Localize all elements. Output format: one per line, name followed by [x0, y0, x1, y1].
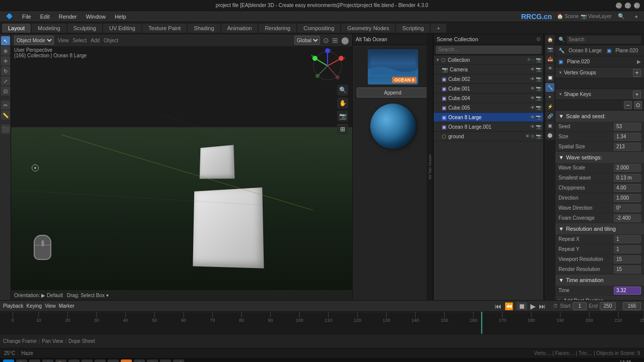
append-button[interactable]: Append — [357, 87, 429, 98]
prop-tab-viewlayer[interactable]: 👁 — [545, 64, 554, 73]
orientation-select[interactable]: Global — [294, 36, 320, 45]
keying-label[interactable]: Keying — [27, 303, 42, 309]
repeat-y-value[interactable]: 1 — [614, 245, 641, 253]
sk-add-icon[interactable]: + — [633, 90, 641, 99]
tab-uv-editing[interactable]: UV Editing — [103, 24, 141, 33]
object-menu[interactable]: Object — [104, 38, 118, 43]
maximize-button[interactable]: □ — [625, 3, 631, 9]
vertex-groups-header[interactable]: ▼ Vertex Groups + — [555, 67, 644, 78]
start-frame[interactable]: 1 — [573, 302, 587, 310]
view-menu[interactable]: View — [58, 38, 69, 43]
taskbar-spotify[interactable]: 🎵 — [95, 359, 106, 362]
prop-tab-physics[interactable]: ⚡ — [545, 102, 554, 111]
eye-icon[interactable]: 👁 — [530, 124, 535, 129]
tool-rotate[interactable]: ↻ — [1, 66, 10, 75]
render-icon[interactable]: 📷 — [536, 67, 541, 72]
taskbar-chrome[interactable]: 🌐 — [134, 359, 145, 362]
tab-rendering[interactable]: Rendering — [259, 24, 296, 33]
collection-search-input[interactable] — [436, 46, 541, 54]
collection-row-ocean8large001[interactable]: ▣ Ocean 8 Large.001 👁 📷 — [434, 122, 543, 132]
view-label[interactable]: View — [45, 303, 56, 309]
taskbar-store[interactable]: 🏪 — [55, 359, 66, 362]
render-icon[interactable]: 📷 — [536, 96, 541, 101]
search-icon[interactable]: 🔍 — [558, 37, 565, 42]
eye-icon[interactable]: 👁 — [527, 57, 531, 62]
prop-tab-data[interactable]: ▣ — [545, 121, 554, 130]
tab-add[interactable]: + — [431, 24, 446, 33]
shape-keys-header[interactable]: ▼ Shape Keys + — [555, 89, 644, 100]
menu-render[interactable]: Render — [55, 13, 81, 21]
tool-select[interactable]: ↖ — [1, 36, 10, 45]
eye-icon[interactable]: 👁 — [525, 134, 530, 139]
eye-icon[interactable]: 👁 — [530, 96, 535, 101]
taskbar-app3[interactable]: 📸 — [160, 359, 171, 362]
seed-value[interactable]: 53 — [614, 123, 641, 131]
tool-move[interactable]: ✛ — [1, 56, 10, 65]
prop-tab-particles[interactable]: ✦ — [545, 93, 554, 102]
properties-search[interactable]: Search — [567, 36, 641, 44]
hand-tool-button[interactable]: ✋ — [337, 98, 348, 109]
tab-shading[interactable]: Shading — [188, 24, 220, 33]
eye-icon[interactable]: 👁 — [530, 105, 535, 110]
prop-tab-material[interactable]: ⬤ — [545, 131, 554, 140]
window-controls[interactable]: – □ × — [616, 3, 640, 9]
tab-scripting[interactable]: Scripting — [396, 24, 430, 33]
size-value[interactable]: 1.34 — [614, 133, 641, 141]
eye-icon[interactable]: 👁 — [530, 76, 535, 81]
viewport-gizmo[interactable]: X Y Z — [310, 48, 345, 83]
taskbar-blender[interactable]: 🔶 — [121, 359, 132, 362]
viewport-resolution-value[interactable]: 15 — [614, 255, 641, 263]
overlay-icon[interactable]: ⊞ — [332, 36, 338, 44]
minimize-button[interactable]: – — [616, 3, 622, 9]
repeat-x-value[interactable]: 1 — [614, 235, 641, 243]
visibility-icon[interactable]: ○ — [532, 57, 535, 62]
render-icon[interactable]: 📷 — [536, 134, 541, 139]
current-frame[interactable]: 166 — [623, 302, 641, 310]
search-button[interactable]: 🔍 — [614, 12, 629, 21]
smallest-wave-value[interactable]: 0.13 m — [614, 174, 641, 182]
time-value[interactable]: 3.32 — [614, 287, 641, 295]
collection-row-cube004[interactable]: ▣ Cube.004 👁 📷 — [434, 94, 543, 103]
taskbar-app4[interactable]: 🎤 — [173, 359, 184, 362]
tab-layout[interactable]: Layout — [2, 24, 31, 33]
spatial-size-value[interactable]: 213 — [614, 143, 641, 151]
tool-measure[interactable]: 📏 — [1, 111, 10, 120]
tab-modeling[interactable]: Modeling — [32, 24, 66, 33]
magnet-icon[interactable]: ⊙ — [323, 36, 329, 44]
add-rest-position-section[interactable]: ▶ Add Rest Position — [555, 296, 644, 300]
timeline-ruler[interactable]: 0 10 20 30 40 50 60 70 80 90 100 110 — [0, 312, 644, 334]
choppiness-value[interactable]: 4.00 — [614, 184, 641, 192]
resolution-header[interactable]: ▼ Resolution and tiling — [555, 223, 644, 234]
tab-compositing[interactable]: Compositing — [297, 24, 340, 33]
render-icon[interactable]: 📷 — [536, 86, 541, 91]
wave-scale-value[interactable]: 2.000 — [614, 164, 641, 172]
taskbar-browser[interactable]: 🌐 — [42, 359, 53, 362]
tool-transform[interactable]: ⊡ — [1, 86, 10, 96]
jump-end-button[interactable]: ⏭ — [539, 302, 546, 310]
search-taskbar-button[interactable]: 🔍 — [16, 359, 27, 362]
time-animation-header[interactable]: ▼ Time animation — [555, 275, 644, 286]
taskbar-game[interactable]: 🎮 — [108, 359, 119, 362]
collection-row-ocean8large[interactable]: ▣ Ocean 8 Large 👁 📷 — [434, 113, 543, 122]
prop-tab-scene[interactable]: 🏠 — [545, 35, 554, 44]
camera-view-button[interactable]: 📷 — [337, 111, 348, 122]
render-icon[interactable]: 📷 — [536, 76, 541, 81]
prop-tab-object[interactable]: 🔲 — [545, 73, 554, 82]
filter-icon[interactable]: ⊙ — [536, 36, 540, 42]
menu-edit[interactable]: Edit — [36, 13, 54, 21]
taskbar-teams[interactable]: 💬 — [82, 359, 93, 362]
menu-blender[interactable]: 🔷 — [2, 12, 17, 21]
end-frame[interactable]: 250 — [600, 302, 616, 310]
change-frame-button[interactable]: Change Frame — [3, 338, 37, 344]
taskbar-app2[interactable]: 🎧 — [147, 359, 158, 362]
close-button[interactable]: × — [634, 3, 640, 9]
expand-arrow[interactable]: ▶ — [637, 59, 641, 64]
pan-view-button[interactable]: Pan View — [42, 338, 63, 344]
sk-settings-button[interactable]: ⊙ — [634, 101, 642, 109]
start-button[interactable]: ⊞ — [3, 359, 14, 362]
tool-cursor[interactable]: ⊕ — [1, 46, 10, 55]
add-menu[interactable]: Add — [91, 38, 100, 43]
scale-seed-header[interactable]: ▼ Scale and seed: — [555, 111, 644, 122]
taskbar-mail[interactable]: 📧 — [68, 359, 79, 362]
play-backward-button[interactable]: ⏪ — [505, 302, 513, 310]
